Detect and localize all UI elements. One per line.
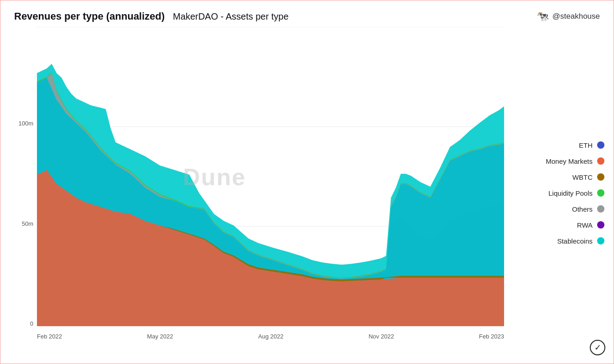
legend-item-money-markets: Money Markets (513, 157, 604, 165)
legend-dot-wbtc (597, 173, 604, 181)
brand-icon: 🐄 (536, 10, 549, 22)
legend-item-others: Others (513, 205, 604, 213)
legend-dot-money-markets (597, 157, 604, 165)
chart-svg-wrapper: Dune (37, 27, 504, 327)
legend-label-stablecoins: Stablecoins (557, 237, 593, 245)
y-label-0: 0 (30, 320, 33, 327)
legend-item-eth: ETH (513, 141, 604, 149)
legend-dot-eth (597, 141, 604, 149)
x-axis: Feb 2022 May 2022 Aug 2022 Nov 2022 Feb … (37, 329, 504, 348)
x-label-feb2022: Feb 2022 (37, 333, 62, 340)
legend-label-rwa: RWA (577, 221, 593, 229)
legend-label-lp: Liquidity Pools (548, 189, 593, 197)
chart-area: 100m 50m 0 Dune (0, 27, 614, 354)
y-label-100m: 100m (18, 120, 33, 127)
legend-item-rwa: RWA (513, 221, 604, 229)
x-label-feb2023: Feb 2023 (479, 333, 504, 340)
legend-dot-others (597, 205, 604, 213)
header-left: Revenues per type (annualized) MakerDAO … (14, 10, 289, 22)
checkmark-icon: ✓ (594, 343, 601, 353)
legend: ETH Money Markets WBTC Liquidity Pools O… (504, 27, 604, 350)
chart-svg (37, 27, 504, 327)
checkmark-badge: ✓ (590, 340, 605, 355)
legend-dot-stablecoins (597, 237, 604, 244)
brand-handle: @steakhouse (552, 12, 600, 21)
legend-label-money-markets: Money Markets (546, 157, 593, 165)
legend-label-others: Others (572, 205, 593, 213)
chart-container: Revenues per type (annualized) MakerDAO … (0, 0, 614, 364)
y-label-50m: 50m (22, 220, 33, 227)
x-label-aug2022: Aug 2022 (258, 333, 284, 340)
legend-label-eth: ETH (579, 141, 593, 149)
legend-dot-lp (597, 189, 604, 197)
header: Revenues per type (annualized) MakerDAO … (0, 0, 614, 27)
legend-item-stablecoins: Stablecoins (513, 237, 604, 245)
header-right: 🐄 @steakhouse (536, 10, 600, 22)
chart-title: Revenues per type (annualized) (14, 10, 165, 22)
legend-item-lp: Liquidity Pools (513, 189, 604, 197)
legend-item-wbtc: WBTC (513, 173, 604, 181)
chart-plot: 100m 50m 0 Dune (10, 27, 504, 350)
y-axis: 100m 50m 0 (10, 27, 37, 327)
chart-subtitle: MakerDAO - Assets per type (173, 11, 288, 22)
legend-label-wbtc: WBTC (572, 173, 593, 181)
x-label-nov2022: Nov 2022 (369, 333, 394, 340)
legend-dot-rwa (597, 221, 604, 229)
x-label-may2022: May 2022 (147, 333, 173, 340)
